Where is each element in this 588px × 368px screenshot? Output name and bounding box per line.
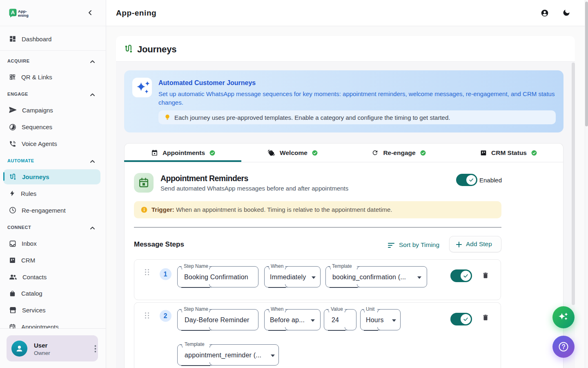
svg-text:A: A [11, 9, 15, 16]
